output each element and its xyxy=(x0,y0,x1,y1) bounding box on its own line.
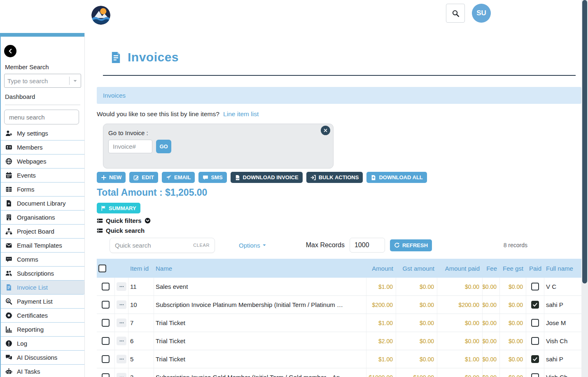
column-header-fee-gst[interactable]: Fee gst xyxy=(500,265,526,272)
paid-checkbox-unchecked[interactable] xyxy=(531,283,539,290)
menu-search-input[interactable] xyxy=(4,110,79,124)
go-button[interactable]: GO xyxy=(156,140,171,153)
ellipsis-icon xyxy=(119,320,124,325)
paid-checkbox-unchecked[interactable] xyxy=(531,337,539,345)
cell-amount-paid: $0.00 xyxy=(437,332,483,350)
sidebar-item-certificates[interactable]: Certificates xyxy=(1,309,84,323)
sidebar-item-webpages[interactable]: Webpages xyxy=(1,155,84,169)
options-dropdown[interactable]: Options xyxy=(239,242,267,249)
sidebar-item-reporting[interactable]: Reporting xyxy=(1,323,84,337)
cell-amount: $1000.00 xyxy=(366,368,396,377)
sidebar-item-organisations[interactable]: Organisations xyxy=(1,211,84,225)
scrollbar-thumb[interactable] xyxy=(582,0,587,283)
row-actions-button[interactable] xyxy=(117,373,126,377)
invoice-number-input[interactable] xyxy=(108,140,152,153)
row-actions-button[interactable] xyxy=(117,300,126,309)
row-checkbox[interactable] xyxy=(102,373,110,377)
cell-gst-amount: $100.00 xyxy=(396,368,437,377)
calendar-icon xyxy=(5,172,12,179)
sidebar-item-my-settings[interactable]: My settings xyxy=(1,126,84,140)
download-invoice-button[interactable]: PDFDOWNLOAD INVOICE xyxy=(231,172,303,183)
quick-search-input[interactable] xyxy=(115,242,193,249)
row-actions-button[interactable] xyxy=(117,318,126,327)
sidebar-item-forms[interactable]: Forms xyxy=(1,183,84,197)
bulk-actions-button[interactable]: BULK ACTIONS xyxy=(306,172,363,183)
sidebar-item-ai-tasks[interactable]: AI Tasks xyxy=(1,365,84,377)
sidebar-item-document-library[interactable]: Document Library xyxy=(1,197,84,211)
clear-search-button[interactable]: CLEAR xyxy=(193,243,210,248)
column-header-gst-amount[interactable]: Gst amount xyxy=(396,265,437,272)
button-label: BULK ACTIONS xyxy=(319,174,359,180)
sidebar-item-project-board[interactable]: Project Board xyxy=(1,225,84,239)
cell-amount-paid: $0.00 xyxy=(437,368,483,377)
sidebar-item-log[interactable]: Log xyxy=(1,337,84,351)
column-header-paid[interactable]: Paid xyxy=(526,265,544,272)
breadcrumb: Invoices xyxy=(97,87,581,104)
table-row: 6Trial Ticket$2.00$0.00$0.00$0.00$0.00Vi… xyxy=(97,332,581,350)
new-button[interactable]: NEW xyxy=(97,172,126,183)
paid-checkbox-unchecked[interactable] xyxy=(531,319,539,327)
sidebar-collapse-button[interactable] xyxy=(4,45,16,57)
sidebar-item-ai-discussions[interactable]: AI Discussions xyxy=(1,351,84,365)
check-icon xyxy=(532,302,538,307)
sidebar-item-email-templates[interactable]: Email Templates xyxy=(1,239,84,253)
app-logo[interactable] xyxy=(91,6,110,25)
sidebar-item-members[interactable]: Members xyxy=(1,140,84,155)
id-card-icon xyxy=(5,144,12,151)
cell-amount-paid: $200.00 xyxy=(437,296,483,314)
table-header-row: Item idNameAmountGst amountAmount paidFe… xyxy=(97,259,581,278)
column-header-item-id[interactable]: Item id xyxy=(128,265,154,272)
quick-filters-toggle[interactable]: Quick filters xyxy=(97,216,581,225)
bars-icon xyxy=(97,218,103,224)
cell-fee: $0.00 xyxy=(483,296,500,314)
row-checkbox[interactable] xyxy=(102,283,110,290)
breadcrumb-item[interactable]: Invoices xyxy=(103,92,126,99)
row-actions-cell xyxy=(115,314,128,332)
cell-item-id: 7 xyxy=(128,314,154,332)
action-buttons: NEWEDITEMAILSMSPDFDOWNLOAD INVOICEBULK A… xyxy=(97,172,581,183)
sidebar-item-events[interactable]: Events xyxy=(1,169,84,183)
row-actions-cell xyxy=(115,368,128,377)
row-checkbox[interactable] xyxy=(102,355,110,363)
sidebar-item-invoice-list[interactable]: Invoice List xyxy=(1,281,84,295)
member-search-select[interactable]: Type to search xyxy=(4,74,81,88)
user-avatar[interactable]: SU xyxy=(472,4,491,23)
refresh-button[interactable]: REFRESH xyxy=(390,239,432,251)
sidebar: Member Search Type to search Dashboard M… xyxy=(0,33,85,377)
row-checkbox[interactable] xyxy=(102,301,110,309)
row-checkbox[interactable] xyxy=(102,319,110,327)
sidebar-item-subscriptions[interactable]: Subscriptions xyxy=(1,267,84,281)
header-search-button[interactable] xyxy=(446,4,465,23)
summary-button[interactable]: SUMMARY xyxy=(97,203,140,213)
sitemap-icon xyxy=(5,228,12,235)
email-button[interactable]: EMAIL xyxy=(162,172,195,183)
row-checkbox[interactable] xyxy=(102,337,110,345)
sidebar-item-comms[interactable]: Comms xyxy=(1,253,84,267)
sidebar-top-accent xyxy=(0,33,84,37)
sidebar-item-label: Email Templates xyxy=(17,242,62,249)
select-all-checkbox[interactable] xyxy=(98,265,106,272)
edit-button[interactable]: EDIT xyxy=(129,172,158,183)
row-actions-button[interactable] xyxy=(117,337,126,345)
download-all-button[interactable]: DOWNLOAD ALL xyxy=(366,172,427,183)
row-actions-button[interactable] xyxy=(117,282,126,291)
column-header-name[interactable]: Name xyxy=(154,265,366,272)
sms-button[interactable]: SMS xyxy=(198,172,226,183)
sidebar-item-dashboard[interactable]: Dashboard xyxy=(5,93,80,105)
row-select-cell xyxy=(97,296,115,314)
column-header-fee[interactable]: Fee xyxy=(483,265,500,272)
max-records-input[interactable] xyxy=(350,238,385,253)
paid-checkbox-checked[interactable] xyxy=(531,301,539,309)
quick-search-toggle[interactable]: Quick search xyxy=(97,226,581,234)
cell-paid xyxy=(526,350,544,368)
sidebar-item-payment-list[interactable]: $Payment List xyxy=(1,295,84,309)
line-item-list-link[interactable]: Line item list xyxy=(223,110,259,117)
column-header-amount-paid[interactable]: Amount paid xyxy=(437,265,483,272)
row-actions-button[interactable] xyxy=(117,355,126,363)
paid-checkbox-unchecked[interactable] xyxy=(531,373,539,377)
page-scrollbar[interactable] xyxy=(581,0,588,377)
column-header-full-name[interactable]: Full name xyxy=(544,265,581,272)
close-goto-panel-button[interactable] xyxy=(321,126,330,135)
column-header-amount[interactable]: Amount xyxy=(366,265,396,272)
paid-checkbox-checked[interactable] xyxy=(531,355,539,363)
